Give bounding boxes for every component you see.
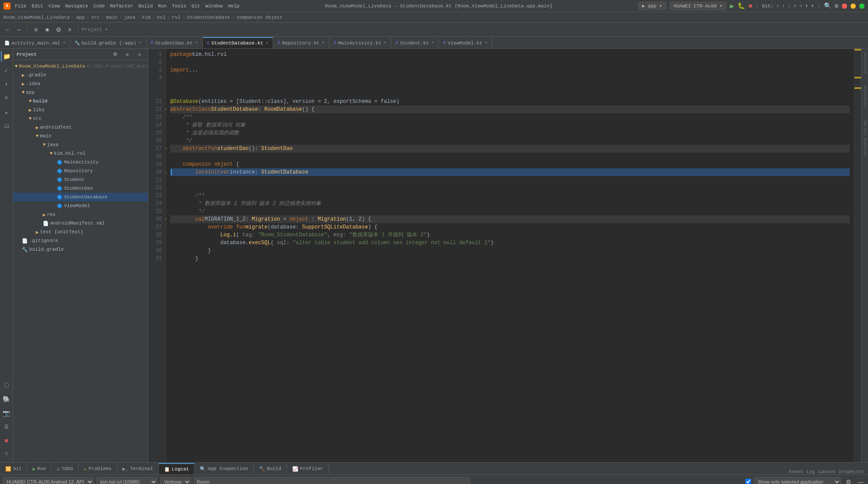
logcat-settings-btn[interactable]: ⚙ — [844, 477, 853, 484]
structure-btn[interactable]: ≡ — [31, 25, 41, 34]
tab-close-student[interactable]: × — [431, 41, 434, 45]
activity-stop-red[interactable]: ■ — [1, 435, 12, 447]
tree-idea[interactable]: ▶ .idea — [13, 79, 148, 88]
logcat-close-btn[interactable]: — — [856, 477, 865, 484]
activity-gradle[interactable]: 🐘 — [1, 393, 12, 405]
tab-git[interactable]: 🔀 Git — [0, 463, 27, 474]
tree-src[interactable]: ▼ src — [13, 114, 148, 123]
git-icon[interactable]: Git: ✓ ↑ ↓ ⚡ ○ ⬆ ⬇ — [762, 3, 814, 9]
tree-package[interactable]: ▼ kim.hsl.rvl — [13, 149, 148, 158]
tab-close-repository[interactable]: × — [322, 41, 325, 45]
tree-main[interactable]: ▼ main — [13, 132, 148, 140]
breadcrumb-java[interactable]: java — [124, 15, 135, 20]
activity-commit[interactable]: ✓ — [1, 65, 12, 76]
tab-viewmodel[interactable]: K ViewModel.kt × — [439, 37, 492, 48]
log-level-selector[interactable]: Verbose Debug Info Warn Error — [160, 477, 191, 484]
tree-libs[interactable]: ▶ libs — [13, 106, 148, 114]
project-close-btn[interactable]: × — [135, 50, 144, 59]
forward-btn[interactable]: → — [14, 25, 24, 34]
show-selected-selector[interactable]: Show only selected application — [754, 477, 841, 484]
activity-question[interactable]: ? — [1, 449, 12, 460]
tab-close-mainactivity[interactable]: × — [384, 41, 386, 45]
tree-viewmodel[interactable]: 🔷 ViewModel — [13, 201, 148, 210]
tree-mainactivity[interactable]: 🔷 MainActivity — [13, 158, 148, 167]
logcat-search-input[interactable] — [194, 477, 470, 484]
activity-resource[interactable]: 🗂 — [1, 120, 12, 132]
menu-window[interactable]: Window — [205, 3, 223, 9]
tab-close-activity-main[interactable]: × — [63, 41, 65, 45]
tree-androidtest[interactable]: ▶ androidTest — [13, 123, 148, 132]
breadcrumb-rvl[interactable]: rvl — [172, 15, 181, 20]
activity-build-variants[interactable]: ⬡ — [1, 379, 12, 391]
close-btn[interactable] — [842, 3, 847, 9]
tree-androidmanifest[interactable]: 📄 AndroidManifest.xml — [13, 219, 148, 228]
activity-bookmarks[interactable]: ★ — [1, 106, 12, 118]
minimize-btn[interactable] — [851, 3, 856, 9]
tab-close-build-gradle[interactable]: × — [139, 41, 142, 45]
breadcrumb-app[interactable]: app — [76, 15, 85, 20]
menu-navigate[interactable]: Navigate — [65, 3, 88, 9]
bookmark-btn[interactable]: ★ — [42, 25, 52, 34]
settings-btn[interactable]: ⚙ — [54, 25, 63, 34]
settings-btn[interactable]: ⚙ — [835, 2, 838, 10]
tab-studentdao[interactable]: K StudentDao.kt × — [147, 37, 203, 48]
tree-build[interactable]: ▼ build — [13, 97, 148, 106]
menu-code[interactable]: Code — [93, 3, 105, 9]
process-selector[interactable]: kim.hsl.rvl (10985) — [96, 477, 157, 484]
tree-studentdao[interactable]: 🔷 StudentDao — [13, 184, 148, 193]
tab-problems[interactable]: ⚠ Problems — [79, 463, 117, 474]
activity-screen[interactable]: 🖥 — [1, 421, 12, 433]
right-sidebar-explorer[interactable]: Tab Key Explorer — [861, 117, 868, 158]
close-toolbar-btn[interactable]: × — [65, 25, 75, 34]
tab-logcat[interactable]: 📋 Logcat — [159, 463, 195, 474]
tree-app[interactable]: ▼ app — [13, 88, 148, 97]
run-btn[interactable]: ▶ — [730, 2, 734, 10]
breadcrumb-kim[interactable]: kim — [142, 15, 150, 20]
activity-pull[interactable]: ⬇ — [1, 78, 12, 90]
tree-java[interactable]: ▼ java — [13, 140, 148, 149]
tab-build[interactable]: 🔨 Build — [254, 463, 287, 474]
tab-close-viewmodel[interactable]: × — [485, 41, 488, 45]
tab-studentdatabase[interactable]: K StudentDatabase.kt × — [203, 37, 273, 48]
project-layout-btn[interactable]: ≡ — [123, 50, 132, 59]
right-sidebar-bookmarks[interactable]: Bookmarks — [861, 84, 868, 109]
tab-repository[interactable]: K Repository.kt × — [273, 37, 329, 48]
tab-mainactivity[interactable]: K MainActivity.kt × — [329, 37, 391, 48]
project-gear-btn[interactable]: ⚙ — [110, 50, 120, 59]
tab-profiler[interactable]: 📈 Profiler — [287, 463, 329, 474]
tab-close-studentdatabase[interactable]: × — [266, 41, 268, 46]
tab-terminal[interactable]: ▶_ Terminal — [117, 463, 159, 474]
menu-view[interactable]: View — [48, 3, 60, 9]
tab-activity-main[interactable]: 📄 activity_main.xml × — [0, 37, 70, 48]
menu-git[interactable]: Git — [191, 3, 200, 9]
activity-structure[interactable]: ≡ — [1, 92, 12, 104]
menu-edit[interactable]: Edit — [31, 3, 43, 9]
tree-gitignore[interactable]: 📄 .gitignore — [13, 236, 148, 245]
menu-run[interactable]: Run — [158, 3, 167, 9]
code-editor[interactable]: 1 2 3 4 11 12 13 14 15 16 17 18 19 20 21… — [148, 49, 861, 462]
menu-build[interactable]: Build — [138, 3, 153, 9]
breadcrumb-main[interactable]: main — [106, 15, 117, 20]
tree-build-gradle[interactable]: 🔧 build.gradle — [13, 245, 148, 254]
breadcrumb-project[interactable]: Room_ViewModel_LiveData — [3, 15, 70, 20]
device-selector[interactable]: HUAWEI CTR-AL00 Android 12, API — [3, 477, 94, 484]
tab-build-gradle[interactable]: 🔧 build.gradle (:app) × — [70, 37, 146, 48]
tab-todo[interactable]: ☑ TODO — [51, 463, 79, 474]
breadcrumb-studentdatabase[interactable]: StudentDatabase — [187, 15, 230, 20]
breadcrumb-companion[interactable]: companion object — [236, 15, 283, 20]
menu-bar[interactable]: File Edit View Navigate Code Refactor Bu… — [15, 3, 239, 9]
event-log-btn[interactable]: Event Log — [789, 469, 815, 474]
activity-project[interactable]: 📁 — [1, 51, 12, 62]
tree-student[interactable]: 🔷 Student — [13, 175, 148, 184]
tree-res[interactable]: ▶ res — [13, 210, 148, 219]
tree-unittest[interactable]: ▶ test [unitTest] — [13, 228, 148, 236]
code-content[interactable]: package kim.hsl.rvl import ... @Database… — [166, 49, 854, 462]
window-controls[interactable] — [842, 3, 865, 9]
tree-studentdatabase[interactable]: 🔷 StudentDatabase — [13, 193, 148, 201]
tab-student[interactable]: K Student.kt × — [391, 37, 439, 48]
menu-help[interactable]: Help — [228, 3, 239, 9]
tree-gradle[interactable]: ▶ .gradle — [13, 71, 148, 79]
maximize-btn[interactable] — [859, 3, 865, 9]
debug-btn[interactable]: 🐛 — [738, 2, 745, 10]
right-sidebar-structure[interactable]: Structure — [861, 51, 868, 75]
